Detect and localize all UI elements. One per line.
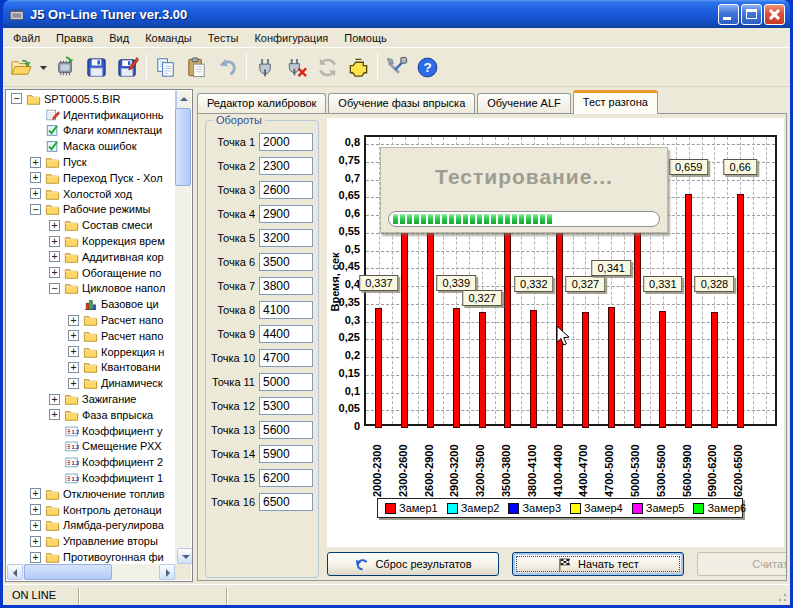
collapse-icon[interactable]: − bbox=[30, 204, 41, 215]
expand-icon[interactable]: + bbox=[30, 488, 41, 499]
tree-item[interactable]: +Фаза впрыска bbox=[7, 407, 175, 423]
tree-item[interactable]: 1.2Коэффициент 2 bbox=[7, 454, 175, 470]
scroll-up-icon[interactable] bbox=[175, 90, 177, 109]
point-input-10[interactable] bbox=[259, 349, 313, 367]
menu-item-0[interactable]: Файл bbox=[5, 30, 48, 46]
tree-item[interactable]: +Отключение топлив bbox=[7, 486, 175, 502]
start-test-button[interactable]: Начать тест bbox=[512, 552, 684, 576]
expand-icon[interactable]: + bbox=[68, 362, 79, 373]
tree-item[interactable]: +Динамическ bbox=[7, 375, 175, 391]
expand-icon[interactable]: + bbox=[30, 552, 41, 563]
tree-item[interactable]: +Пуск bbox=[7, 154, 175, 170]
save-button[interactable] bbox=[81, 52, 112, 83]
expand-icon[interactable]: + bbox=[68, 330, 79, 341]
horizontal-scroll-thumb[interactable] bbox=[24, 564, 112, 580]
menu-item-1[interactable]: Правка bbox=[48, 30, 101, 46]
point-input-12[interactable] bbox=[259, 397, 313, 415]
expand-icon[interactable]: + bbox=[68, 315, 79, 326]
point-input-1[interactable] bbox=[259, 133, 313, 151]
read-chip-button[interactable] bbox=[50, 52, 81, 83]
point-input-9[interactable] bbox=[259, 325, 313, 343]
expand-icon[interactable]: + bbox=[68, 378, 79, 389]
dropdown-caret-button[interactable] bbox=[37, 52, 50, 83]
tree-item[interactable]: +Состав смеси bbox=[7, 217, 175, 233]
tree-item[interactable]: +Расчет напо bbox=[7, 312, 175, 328]
tree-item[interactable]: +Расчет напо bbox=[7, 328, 175, 344]
disconnect-plug-button[interactable] bbox=[281, 52, 312, 83]
tree-item[interactable]: Идентификационнь bbox=[7, 107, 175, 123]
tree-item[interactable]: +Контроль детонаци bbox=[7, 502, 175, 518]
tab-2[interactable]: Обучение ALF bbox=[477, 93, 571, 113]
expand-icon[interactable]: + bbox=[49, 236, 60, 247]
tree-item[interactable]: −SPT0005.5.BIR bbox=[7, 91, 175, 107]
tree-item[interactable]: 1.2Коэффициент у bbox=[7, 423, 175, 439]
expand-icon[interactable]: + bbox=[30, 157, 41, 168]
point-input-3[interactable] bbox=[259, 181, 313, 199]
paste-button[interactable] bbox=[181, 52, 212, 83]
resize-grip-icon[interactable] bbox=[776, 591, 788, 603]
point-input-5[interactable] bbox=[259, 229, 313, 247]
tree-item[interactable]: +Аддитивная кор bbox=[7, 249, 175, 265]
vertical-scroll-thumb[interactable] bbox=[175, 108, 191, 186]
scroll-left-icon[interactable] bbox=[7, 564, 23, 580]
point-input-6[interactable] bbox=[259, 253, 313, 271]
menu-item-6[interactable]: Помощь bbox=[336, 30, 395, 46]
tree-item[interactable]: +Коррекция н bbox=[7, 344, 175, 360]
tree-item[interactable]: −Цикловое напол bbox=[7, 281, 175, 297]
point-input-14[interactable] bbox=[259, 445, 313, 463]
point-input-15[interactable] bbox=[259, 469, 313, 487]
expand-icon[interactable]: + bbox=[49, 220, 60, 231]
tree-item[interactable]: +Зажигание bbox=[7, 391, 175, 407]
tree-item[interactable]: +Управление вторы bbox=[7, 533, 175, 549]
tree-item[interactable]: +Холостой ход bbox=[7, 186, 175, 202]
maximize-button[interactable] bbox=[741, 4, 762, 25]
expand-icon[interactable]: + bbox=[49, 409, 60, 420]
menu-item-3[interactable]: Команды bbox=[137, 30, 200, 46]
point-input-11[interactable] bbox=[259, 373, 313, 391]
point-input-4[interactable] bbox=[259, 205, 313, 223]
close-button[interactable] bbox=[764, 4, 785, 25]
point-input-8[interactable] bbox=[259, 301, 313, 319]
tab-3[interactable]: Тест разгона bbox=[573, 90, 658, 114]
save-as-button[interactable] bbox=[112, 52, 143, 83]
expand-icon[interactable]: + bbox=[30, 504, 41, 515]
expand-icon[interactable]: + bbox=[30, 520, 41, 531]
expand-icon[interactable]: + bbox=[30, 172, 41, 183]
tab-0[interactable]: Редактор калибровок bbox=[197, 93, 326, 113]
tree-item[interactable]: Маска ошибок bbox=[7, 138, 175, 154]
menu-item-2[interactable]: Вид bbox=[101, 30, 137, 46]
scroll-down-icon[interactable] bbox=[177, 548, 193, 564]
scroll-right-icon[interactable] bbox=[159, 564, 175, 580]
tree-item[interactable]: +Обогащение по bbox=[7, 265, 175, 281]
expand-icon[interactable]: + bbox=[49, 267, 60, 278]
open-file-button[interactable] bbox=[6, 52, 37, 83]
point-input-13[interactable] bbox=[259, 421, 313, 439]
tree-item[interactable]: −Рабочие режимы bbox=[7, 202, 175, 218]
tree-item[interactable]: Базовое ци bbox=[7, 296, 175, 312]
undo-button[interactable] bbox=[212, 52, 243, 83]
expand-icon[interactable]: + bbox=[68, 346, 79, 357]
tree-item[interactable]: 1.2Коэффициент 1 bbox=[7, 470, 175, 486]
help-button[interactable]: ? bbox=[412, 52, 443, 83]
point-input-7[interactable] bbox=[259, 277, 313, 295]
copy-button[interactable] bbox=[150, 52, 181, 83]
reset-results-button[interactable]: Сброс результатов bbox=[327, 552, 499, 576]
tree-item[interactable]: +Квантовани bbox=[7, 360, 175, 376]
point-input-2[interactable] bbox=[259, 157, 313, 175]
minimize-button[interactable] bbox=[718, 4, 739, 25]
collapse-icon[interactable]: − bbox=[11, 93, 22, 104]
point-input-16[interactable] bbox=[259, 493, 313, 511]
tree-item[interactable]: +Лямбда-регулирова bbox=[7, 518, 175, 534]
tree-horizontal-scrollbar[interactable] bbox=[7, 564, 175, 580]
tools-button[interactable] bbox=[381, 52, 412, 83]
tab-1[interactable]: Обучение фазы впрыска bbox=[328, 93, 475, 113]
tree-item[interactable]: Флаги комплектаци bbox=[7, 123, 175, 139]
connect-plug-button[interactable] bbox=[250, 52, 281, 83]
expand-icon[interactable]: + bbox=[49, 251, 60, 262]
tree-item[interactable]: +Противоугонная фи bbox=[7, 549, 175, 564]
expand-icon[interactable]: + bbox=[49, 394, 60, 405]
tree-item[interactable]: +Коррекция врем bbox=[7, 233, 175, 249]
tree-item[interactable]: 1.2Смещение РХХ bbox=[7, 439, 175, 455]
engine-button[interactable] bbox=[343, 52, 374, 83]
expand-icon[interactable]: + bbox=[30, 188, 41, 199]
